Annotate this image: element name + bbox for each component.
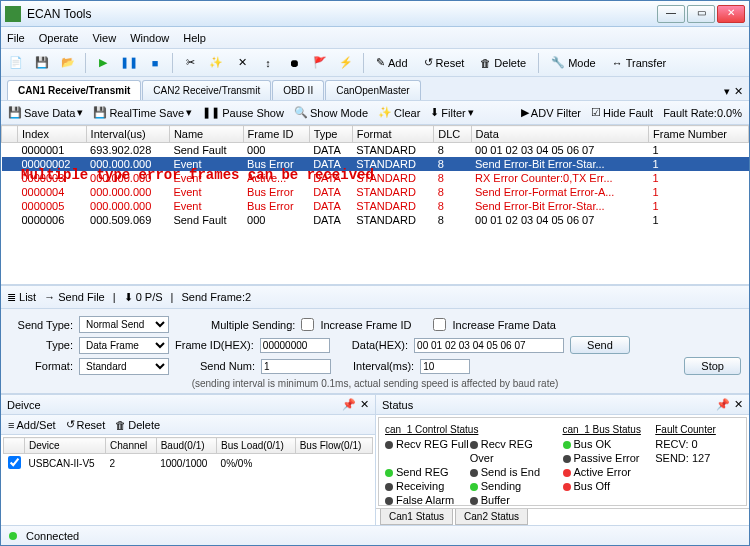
scissors-icon[interactable]: ✂ <box>179 52 201 74</box>
table-row[interactable]: 00000002000.000.000EventBus ErrorDATASTA… <box>2 157 749 171</box>
col-header[interactable]: Baud(0/1) <box>156 438 216 454</box>
status-bar: Connected <box>1 525 749 545</box>
interval-input[interactable] <box>420 359 470 374</box>
send-file-button[interactable]: → Send File <box>44 291 105 303</box>
can1-status-tab[interactable]: Can1 Status <box>380 509 453 525</box>
table-row[interactable]: 0000005000.000.000EventBus ErrorDATASTAN… <box>2 199 749 213</box>
menu-window[interactable]: Window <box>130 32 169 44</box>
stop-icon[interactable]: ■ <box>144 52 166 74</box>
add-button[interactable]: ✎ Add <box>370 56 414 69</box>
device-panel-title: Deivce <box>7 399 41 411</box>
menu-file[interactable]: File <box>7 32 25 44</box>
delete-button[interactable]: 🗑 Delete <box>474 57 532 69</box>
table-row[interactable]: 0000006000.509.069Send Fault000DATASTAND… <box>2 213 749 227</box>
tab-dropdown-icon[interactable]: ▾ <box>724 85 730 98</box>
lightning-icon[interactable]: ⚡ <box>335 52 357 74</box>
device-reset-button[interactable]: ↺ Reset <box>63 418 109 431</box>
table-row[interactable]: 0000001693.902.028Send Fault000DATASTAND… <box>2 143 749 158</box>
device-addset-button[interactable]: ≡ Add/Set <box>5 419 59 431</box>
transmit-panel: Send Type: Normal Send Multiple Sending:… <box>1 309 749 394</box>
title-bar: ECAN Tools — ▭ ✕ <box>1 1 749 27</box>
save-icon[interactable]: 💾 <box>31 52 53 74</box>
status-item: Bus OK <box>563 437 648 451</box>
filter-button[interactable]: ⬇ Filter ▾ <box>427 106 476 119</box>
tab-obd[interactable]: OBD II <box>272 80 324 100</box>
record-icon[interactable]: ⏺ <box>283 52 305 74</box>
col-header[interactable]: Name <box>169 126 243 143</box>
wand-icon[interactable]: ✨ <box>205 52 227 74</box>
col-header[interactable]: Interval(us) <box>86 126 169 143</box>
cut-icon[interactable]: ✕ <box>231 52 253 74</box>
reset-button[interactable]: ↺ Reset <box>418 56 471 69</box>
clear-button[interactable]: ✨ Clear <box>375 106 423 119</box>
can2-status-tab[interactable]: Can2 Status <box>455 509 528 525</box>
stop-button[interactable]: Stop <box>684 357 741 375</box>
pin-icon[interactable]: 📌 <box>342 398 356 411</box>
pin-icon[interactable]: 📌 <box>716 398 730 411</box>
table-row[interactable]: 0000004000.000.000EventBus ErrorDATASTAN… <box>2 185 749 199</box>
tab-close-icon[interactable]: ✕ <box>734 85 743 98</box>
save-data-button[interactable]: 💾 Save Data ▾ <box>5 106 86 119</box>
col-header[interactable]: DLC <box>434 126 471 143</box>
col-header[interactable]: Bus Load(0/1) <box>217 438 296 454</box>
status-item: Recv REG Over <box>470 437 555 465</box>
interval-label: Interval(ms): <box>353 360 414 372</box>
adv-filter-button[interactable]: ▶ ADV Filter <box>518 106 584 119</box>
col-header[interactable]: Index <box>18 126 87 143</box>
transfer-button[interactable]: ↔ Transfer <box>606 57 673 69</box>
receive-grid[interactable]: IndexInterval(us)NameFrame IDTypeFormatD… <box>1 125 749 285</box>
list-button[interactable]: ≣ List <box>7 291 36 304</box>
increase-frameid-checkbox[interactable] <box>301 318 314 331</box>
frameid-input[interactable] <box>260 338 330 353</box>
menu-operate[interactable]: Operate <box>39 32 79 44</box>
pause-icon[interactable]: ❚❚ <box>118 52 140 74</box>
menu-bar: File Operate View Window Help <box>1 27 749 49</box>
device-row[interactable]: USBCAN-II-V52 1000/10000%/0% <box>4 454 373 474</box>
hide-fault-button[interactable]: ☑ Hide Fault <box>588 106 656 119</box>
menu-help[interactable]: Help <box>183 32 206 44</box>
col-header[interactable]: Type <box>309 126 352 143</box>
col-header[interactable]: Device <box>25 438 106 454</box>
data-input[interactable] <box>414 338 564 353</box>
separator <box>172 53 173 73</box>
send-button[interactable]: Send <box>570 336 630 354</box>
minimize-button[interactable]: — <box>657 5 685 23</box>
sendtype-select[interactable]: Normal Send <box>79 316 169 333</box>
realtime-save-button[interactable]: 💾 RealTime Save ▾ <box>90 106 195 119</box>
col-header[interactable]: Data <box>471 126 648 143</box>
flag-icon[interactable]: 🚩 <box>309 52 331 74</box>
pause-show-button[interactable]: ❚❚ Pause Show <box>199 106 287 119</box>
frameid-label: Frame ID(HEX): <box>175 339 254 351</box>
panel-close-icon[interactable]: ✕ <box>360 398 369 411</box>
close-button[interactable]: ✕ <box>717 5 745 23</box>
maximize-button[interactable]: ▭ <box>687 5 715 23</box>
open-icon[interactable]: 📂 <box>57 52 79 74</box>
increase-framedata-checkbox[interactable] <box>433 318 446 331</box>
separator <box>538 53 539 73</box>
type-label: Type: <box>9 339 73 351</box>
col-header[interactable]: Frame Number <box>649 126 749 143</box>
col-header[interactable]: Channel <box>106 438 157 454</box>
new-file-icon[interactable]: 📄 <box>5 52 27 74</box>
play-icon[interactable]: ▶ <box>92 52 114 74</box>
separator <box>85 53 86 73</box>
connected-light-icon <box>9 532 17 540</box>
show-mode-button[interactable]: 🔍 Show Mode <box>291 106 371 119</box>
tab-can2[interactable]: CAN2 Receive/Transmit <box>142 80 271 100</box>
mode-button[interactable]: 🔧 Mode <box>545 56 602 69</box>
type-select[interactable]: Data Frame <box>79 337 169 354</box>
menu-view[interactable]: View <box>92 32 116 44</box>
tab-canopen[interactable]: CanOpenMaster <box>325 80 420 100</box>
col-header[interactable]: Frame ID <box>243 126 309 143</box>
table-row[interactable]: 0000003000.000.000EventActive...DATASTAN… <box>2 171 749 185</box>
col-header[interactable]: Bus Flow(0/1) <box>295 438 372 454</box>
status-item: Recv REG Full <box>385 437 470 465</box>
sendnum-input[interactable] <box>261 359 331 374</box>
panel-close-icon[interactable]: ✕ <box>734 398 743 411</box>
toggle-icon[interactable]: ↕ <box>257 52 279 74</box>
device-delete-button[interactable]: 🗑 Delete <box>112 419 163 431</box>
col-header[interactable]: Format <box>352 126 434 143</box>
format-select[interactable]: Standard <box>79 358 169 375</box>
device-row-checkbox[interactable] <box>8 456 21 469</box>
tab-can1[interactable]: CAN1 Receive/Transmit <box>7 80 141 100</box>
